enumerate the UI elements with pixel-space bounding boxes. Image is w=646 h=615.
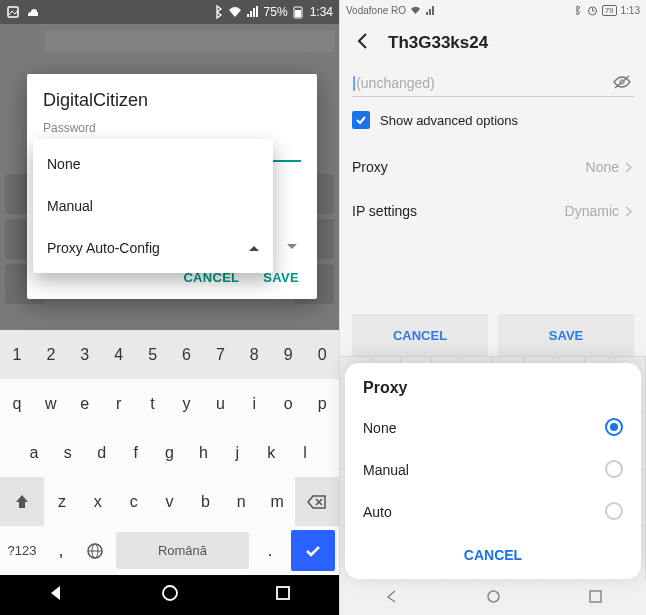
popup-option-pac[interactable]: Proxy Auto-Config (33, 227, 273, 269)
password-placeholder: (unchanged) (356, 75, 435, 91)
key-4[interactable]: 4 (102, 330, 136, 379)
form-buttons: CANCEL SAVE (340, 314, 646, 356)
key-2[interactable]: 2 (34, 330, 68, 379)
shift-key[interactable] (0, 477, 44, 526)
key-d[interactable]: d (85, 428, 119, 477)
key-w[interactable]: w (34, 379, 68, 428)
key-a[interactable]: a (17, 428, 51, 477)
header-right: Th3G33ks24 (340, 20, 646, 66)
left-grid-background: DigitalCitizen Password (unchanged) None… (0, 24, 339, 330)
signal-icon (425, 5, 436, 16)
key-8[interactable]: 8 (237, 330, 271, 379)
radio-icon (605, 502, 623, 520)
sheet-option-auto[interactable]: Auto (345, 491, 641, 533)
key-z[interactable]: z (44, 477, 80, 526)
key-p[interactable]: p (305, 379, 339, 428)
chevron-down-icon (283, 238, 301, 256)
nav-home-icon[interactable] (486, 589, 501, 608)
language-key[interactable] (78, 526, 112, 575)
symbols-key[interactable]: ?123 (0, 526, 44, 575)
visibility-off-icon[interactable] (612, 74, 632, 94)
proxy-row[interactable]: Proxy None (352, 145, 634, 189)
battery-pct: 75% (264, 5, 288, 19)
right-screenshot: Vodafone RO 79 1:13 Th3G33ks24 |(unchang… (340, 0, 646, 615)
popup-option-manual[interactable]: Manual (33, 185, 273, 227)
clock: 1:13 (621, 5, 640, 16)
key-6[interactable]: 6 (170, 330, 204, 379)
key-7[interactable]: 7 (203, 330, 237, 379)
backspace-key[interactable] (295, 477, 339, 526)
nav-back-icon[interactable] (384, 589, 399, 608)
radio-icon (605, 460, 623, 478)
show-advanced-label: Show advanced options (380, 113, 518, 128)
wifi-icon (410, 5, 421, 16)
key-f[interactable]: f (119, 428, 153, 477)
key-j[interactable]: j (220, 428, 254, 477)
cloud-icon (24, 5, 38, 19)
cancel-button[interactable]: CANCEL (352, 314, 488, 356)
svg-rect-2 (295, 10, 301, 17)
sheet-option-none[interactable]: None (345, 407, 641, 449)
key-r[interactable]: r (102, 379, 136, 428)
popup-option-none[interactable]: None (33, 143, 273, 185)
key-k[interactable]: k (254, 428, 288, 477)
key-y[interactable]: y (170, 379, 204, 428)
key-s[interactable]: s (51, 428, 85, 477)
keyboard-row-asdf: a s d f g h j k l (0, 428, 339, 477)
keyboard: 1 2 3 4 5 6 7 8 9 0 q w e r t y u i o p … (0, 330, 339, 575)
keyboard-row-bottom: ?123 , Română . (0, 526, 339, 575)
key-1[interactable]: 1 (0, 330, 34, 379)
enter-key[interactable] (291, 530, 335, 571)
key-0[interactable]: 0 (305, 330, 339, 379)
key-t[interactable]: t (136, 379, 170, 428)
carrier-label: Vodafone RO (346, 5, 406, 16)
ip-settings-row[interactable]: IP settings Dynamic (352, 189, 634, 233)
chevron-right-icon (623, 206, 634, 217)
key-c[interactable]: c (116, 477, 152, 526)
key-u[interactable]: u (203, 379, 237, 428)
key-9[interactable]: 9 (271, 330, 305, 379)
key-x[interactable]: x (80, 477, 116, 526)
sheet-option-manual[interactable]: Manual (345, 449, 641, 491)
sheet-cancel-button[interactable]: CANCEL (345, 533, 641, 575)
key-n[interactable]: n (223, 477, 259, 526)
nav-recents-icon[interactable] (274, 584, 292, 606)
svg-rect-6 (277, 587, 289, 599)
save-button[interactable]: SAVE (498, 314, 634, 356)
back-button[interactable] (352, 30, 374, 56)
key-m[interactable]: m (259, 477, 295, 526)
keyboard-row-digits: 1 2 3 4 5 6 7 8 9 0 (0, 330, 339, 379)
clock: 1:34 (310, 5, 333, 19)
proxy-bottom-sheet: Proxy None Manual Auto CANCEL (345, 363, 641, 579)
show-advanced-checkbox[interactable] (352, 111, 370, 129)
picture-icon (6, 5, 20, 19)
statusbar-left: 75% 1:34 (0, 0, 339, 24)
key-5[interactable]: 5 (136, 330, 170, 379)
period-key[interactable]: . (253, 526, 287, 575)
spacebar[interactable]: Română (116, 532, 249, 569)
password-field[interactable]: |(unchanged) (352, 66, 634, 97)
wifi-form: |(unchanged) Show advanced options Proxy… (340, 66, 646, 233)
keyboard-row-qwerty: q w e r t y u i o p (0, 379, 339, 428)
key-g[interactable]: g (153, 428, 187, 477)
password-label: Password (43, 121, 301, 135)
key-h[interactable]: h (186, 428, 220, 477)
nav-recents-icon[interactable] (588, 589, 603, 608)
key-q[interactable]: q (0, 379, 34, 428)
svg-point-9 (488, 591, 499, 602)
nav-bar-right (340, 581, 646, 615)
chevron-right-icon (623, 162, 634, 173)
nav-home-icon[interactable] (161, 584, 179, 606)
sheet-title: Proxy (345, 379, 641, 407)
key-v[interactable]: v (152, 477, 188, 526)
key-b[interactable]: b (187, 477, 223, 526)
left-screenshot: 75% 1:34 DigitalCitizen Password (unchan… (0, 0, 340, 615)
comma-key[interactable]: , (44, 526, 78, 575)
chevron-up-icon (245, 239, 263, 257)
nav-back-icon[interactable] (48, 584, 66, 606)
key-o[interactable]: o (271, 379, 305, 428)
key-e[interactable]: e (68, 379, 102, 428)
key-3[interactable]: 3 (68, 330, 102, 379)
key-l[interactable]: l (288, 428, 322, 477)
key-i[interactable]: i (237, 379, 271, 428)
